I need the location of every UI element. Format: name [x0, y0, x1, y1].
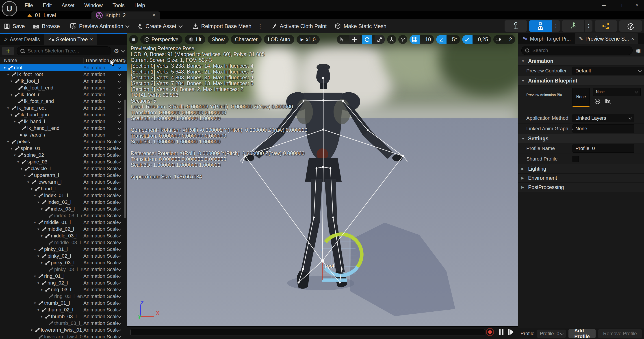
expander-icon[interactable]: ▼	[36, 282, 41, 285]
retarget-dropdown[interactable]: Animation	[84, 118, 123, 124]
lit-button[interactable]: Lit	[185, 35, 205, 44]
menu-window[interactable]: Window	[80, 1, 107, 10]
rotate-tool-button[interactable]	[362, 35, 372, 44]
use-selected-asset-icon[interactable]	[594, 98, 600, 104]
tree-row[interactable]: ▼clavicle_lAnimation Scaled	[0, 165, 127, 172]
expander-icon[interactable]: ▼	[39, 288, 44, 292]
tree-row[interactable]: ▼hand_lAnimation Scaled	[0, 186, 127, 192]
settings-view-options-icon[interactable]: ▦	[635, 47, 641, 54]
tree-row[interactable]: ▼lowerarm_lAnimation Scaled	[0, 179, 127, 186]
tree-scrollbar[interactable]	[124, 100, 126, 218]
retarget-dropdown[interactable]: Animation	[84, 72, 123, 77]
tree-row[interactable]: ▼pinky_02_lAnimation Scaled	[0, 253, 127, 260]
tree-row[interactable]: ▼ring_01_lAnimation Scaled	[0, 273, 127, 280]
retarget-dropdown[interactable]: Animation Scaled	[84, 246, 123, 252]
retarget-dropdown[interactable]: Animation Scaled	[84, 220, 123, 225]
tree-row[interactable]: ▼ik_hand_rootAnimation	[0, 105, 127, 112]
animation-mode-kebab-icon[interactable]: ⋮	[585, 20, 592, 32]
retarget-dropdown[interactable]: Animation Scaled	[84, 199, 123, 205]
pause-button[interactable]	[499, 329, 504, 335]
search-box[interactable]	[16, 46, 111, 56]
retarget-dropdown[interactable]: Animation	[84, 132, 123, 138]
tree-row[interactable]: ▼thumb_02_lAnimation Scaled	[0, 306, 127, 313]
retarget-dropdown[interactable]: Animation	[84, 65, 123, 70]
expander-icon[interactable]: ▼	[36, 254, 41, 258]
retarget-dropdown[interactable]: Animation Scaled	[84, 186, 123, 192]
retarget-dropdown[interactable]: Animation Scaled	[84, 192, 123, 198]
expander-icon[interactable]: ▼	[2, 66, 8, 70]
retarget-dropdown[interactable]: Animation Scaled	[84, 240, 123, 246]
physics-mode-button[interactable]	[619, 20, 642, 32]
grid-snap-button[interactable]	[410, 35, 420, 44]
retarget-dropdown[interactable]: Animation Scaled	[84, 166, 123, 172]
mesh-mode-kebab-icon[interactable]: ⋮	[552, 20, 560, 32]
preview-viewport[interactable]: Previewing Reference PoseLOD: 0, Bones: …	[127, 33, 518, 326]
expander-icon[interactable]: ▼	[15, 160, 21, 164]
retarget-dropdown[interactable]: Animation Scaled	[84, 334, 123, 339]
tree-row[interactable]: ▼upperarm_lAnimation Scaled	[0, 172, 127, 179]
tree-row[interactable]: ▼pelvisAnimation Scaled	[0, 138, 127, 145]
reimport-base-mesh-button[interactable]: Reimport Base Mesh	[188, 19, 256, 33]
create-asset-button[interactable]: Create Asset	[133, 19, 186, 33]
profile-dropdown[interactable]: Profile_0	[537, 330, 566, 338]
tree-row[interactable]: ▼pinky_03_lAnimation Scaled	[0, 260, 127, 266]
tree-row[interactable]: ▼middle_02_lAnimation Scaled	[0, 226, 127, 232]
panel-close-icon[interactable]: ×	[90, 36, 93, 42]
retarget-dropdown[interactable]: Animation	[84, 92, 123, 98]
retarget-dropdown[interactable]: Animation	[84, 125, 123, 131]
character-button[interactable]: Character	[231, 35, 262, 44]
tree-row[interactable]: ▼ik_hand_gunAnimation	[0, 112, 127, 118]
browse-button[interactable]: Browse	[29, 19, 64, 33]
section-animation-blueprint[interactable]: ▼ Animation Blueprint	[518, 76, 644, 86]
make-static-mesh-button[interactable]: Make Static Mesh	[331, 19, 390, 33]
expander-icon[interactable]: ▼	[39, 315, 44, 318]
expander-icon[interactable]: ▼	[36, 201, 41, 204]
record-button[interactable]	[486, 328, 494, 336]
remove-profile-button[interactable]: Remove Profile	[598, 329, 642, 338]
retarget-dropdown[interactable]: Animation Scaled	[84, 146, 123, 151]
tree-row[interactable]: middle_03_l_endAnimation Scaled	[0, 239, 127, 246]
tree-row[interactable]: ▼ring_02_lAnimation Scaled	[0, 280, 127, 286]
select-tool-button[interactable]	[337, 35, 347, 44]
expander-icon[interactable]: ▼	[32, 194, 38, 197]
mesh-mode-button[interactable]	[529, 20, 552, 32]
save-button[interactable]: Save	[0, 19, 29, 33]
tree-row[interactable]: ik_foot_l_endAnimation	[0, 84, 127, 91]
expander-icon[interactable]: ▼	[18, 167, 24, 170]
expander-icon[interactable]: ▼	[39, 208, 44, 211]
section-environment[interactable]: ▶ Environment	[518, 174, 644, 183]
tree-row[interactable]: lowerarm_twist_01Animation Scaled	[0, 334, 127, 339]
tree-settings-gear-icon[interactable]: ⚙	[114, 48, 119, 54]
tree-row[interactable]: ▼ik_foot_rAnimation	[0, 91, 127, 98]
unreal-logo-icon[interactable]: U	[2, 1, 17, 16]
reimport-options-kebab-icon[interactable]: ⋮	[256, 23, 265, 30]
menu-help[interactable]: Help	[130, 1, 149, 10]
retarget-dropdown[interactable]: Animation Scaled	[84, 152, 123, 158]
tree-row[interactable]: ▼spine_01Animation Scaled	[0, 145, 127, 152]
tree-row[interactable]: index_03_l_endAnimation Scaled	[0, 212, 127, 219]
preview-controller-dropdown[interactable]: Default	[572, 66, 644, 75]
retarget-dropdown[interactable]: Animation Scaled	[84, 213, 123, 218]
retarget-dropdown[interactable]: Animation Scaled	[84, 327, 123, 333]
retarget-dropdown[interactable]: Animation Scaled	[84, 266, 123, 272]
camera-speed-value[interactable]: 2	[506, 36, 515, 42]
column-name[interactable]: Name	[4, 58, 17, 64]
tree-row[interactable]: pinky_03_l_endAnimation Scaled	[0, 266, 127, 273]
retarget-dropdown[interactable]: Animation Scaled	[84, 179, 123, 185]
expander-icon[interactable]: ▼	[36, 308, 41, 312]
expander-icon[interactable]: ▼	[5, 73, 11, 76]
tree-row[interactable]: ring_03_l_endAnimation Scaled	[0, 293, 127, 300]
retarget-dropdown[interactable]: Animation	[84, 85, 123, 91]
search-input[interactable]	[27, 48, 108, 54]
retarget-dropdown[interactable]: Animation Scaled	[84, 280, 123, 286]
column-translation-retargeting[interactable]: Translation Retarge	[84, 58, 126, 64]
retarget-dropdown[interactable]: Animation Scaled	[84, 253, 123, 259]
retarget-dropdown[interactable]: Animation Scaled	[84, 206, 123, 212]
retarget-dropdown[interactable]: Animation	[84, 105, 123, 111]
tree-row[interactable]: ▼ring_03_lAnimation Scaled	[0, 286, 127, 293]
menu-file[interactable]: File	[20, 1, 37, 10]
expander-icon[interactable]: ▼	[29, 328, 34, 332]
tree-row[interactable]: ▼ik_hand_lAnimation	[0, 118, 127, 125]
expander-icon[interactable]: ▼	[39, 234, 44, 238]
tree-row[interactable]: ▼thumb_01_lAnimation Scaled	[0, 300, 127, 306]
